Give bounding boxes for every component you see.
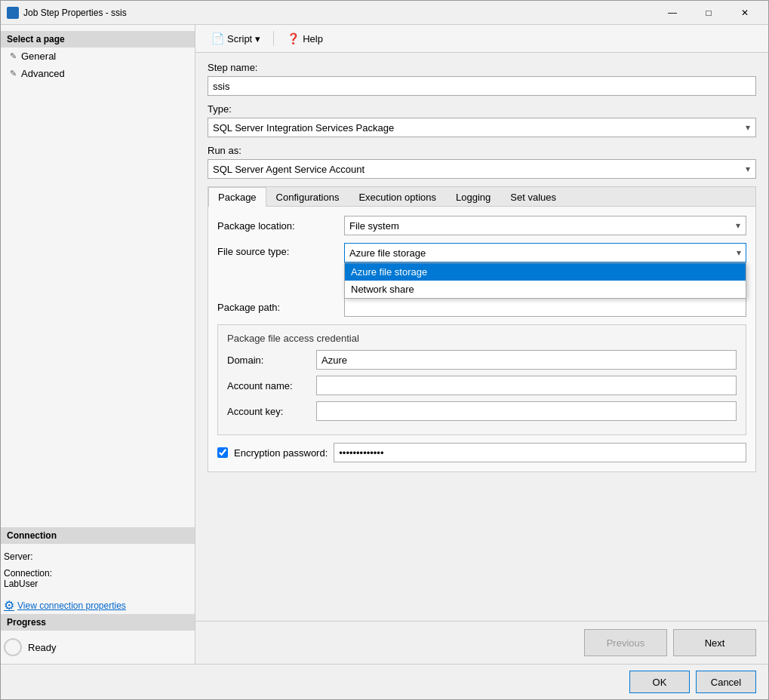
encryption-checkbox[interactable] bbox=[217, 447, 228, 458]
tab-logging[interactable]: Logging bbox=[446, 187, 500, 207]
script-icon: 📄 bbox=[211, 32, 224, 45]
script-arrow: ▾ bbox=[255, 33, 260, 45]
credential-box: Package file access credential Domain: A… bbox=[217, 324, 746, 435]
right-panel: 📄 Script ▾ ❓ Help Step name: bbox=[195, 25, 768, 664]
tab-set-values[interactable]: Set values bbox=[500, 187, 566, 207]
sidebar-item-advanced-label: Advanced bbox=[21, 68, 65, 79]
script-button[interactable]: 📄 Script ▾ bbox=[205, 29, 267, 48]
account-name-label: Account name: bbox=[227, 380, 310, 391]
server-info: Server: bbox=[1, 550, 195, 563]
encryption-row: Encryption password: bbox=[217, 443, 746, 462]
view-link-text: View connection properties bbox=[17, 600, 126, 611]
help-button[interactable]: ❓ Help bbox=[280, 29, 330, 48]
account-name-input[interactable] bbox=[316, 376, 737, 395]
form-area: Step name: Type: SQL Server Integration … bbox=[195, 53, 768, 621]
encryption-checkbox-wrapper bbox=[217, 447, 228, 458]
file-source-type-label: File source type: bbox=[217, 243, 338, 257]
main-window: Job Step Properties - ssis — □ ✕ Select … bbox=[0, 0, 769, 700]
view-connection-properties-link[interactable]: ⚙ View connection properties bbox=[1, 597, 195, 614]
encryption-label: Encryption password: bbox=[234, 447, 328, 459]
encryption-input[interactable] bbox=[334, 443, 746, 462]
progress-content: Ready bbox=[1, 637, 195, 658]
sidebar-item-general-label: General bbox=[21, 51, 56, 62]
sidebar-item-general[interactable]: ✎ General bbox=[1, 48, 195, 65]
window-title: Job Step Properties - ssis bbox=[23, 8, 655, 18]
advanced-icon: ✎ bbox=[10, 69, 17, 78]
connection-value: LabUser bbox=[4, 579, 38, 589]
help-icon: ❓ bbox=[287, 32, 300, 45]
package-location-select-wrapper: File system SSIS Package Store Microsoft… bbox=[344, 216, 746, 235]
sidebar-item-advanced[interactable]: ✎ Advanced bbox=[1, 65, 195, 82]
server-label: Server: bbox=[4, 551, 33, 562]
progress-status: Ready bbox=[28, 642, 57, 653]
tab-configurations[interactable]: Configurations bbox=[266, 187, 349, 207]
type-label: Type: bbox=[208, 103, 756, 115]
title-bar: Job Step Properties - ssis — □ ✕ bbox=[1, 1, 768, 25]
previous-button[interactable]: Previous bbox=[584, 629, 667, 656]
run-as-row: Run as: SQL Server Agent Service Account bbox=[208, 145, 756, 179]
script-label: Script bbox=[227, 33, 252, 45]
file-source-type-arrow: ▾ bbox=[737, 247, 741, 258]
toolbar-separator bbox=[273, 31, 274, 46]
package-location-row: Package location: File system SSIS Packa… bbox=[217, 216, 746, 235]
type-row: Type: SQL Server Integration Services Pa… bbox=[208, 103, 756, 137]
select-page-label: Select a page bbox=[1, 31, 195, 48]
package-location-select[interactable]: File system SSIS Package Store Microsoft… bbox=[344, 216, 746, 235]
next-button[interactable]: Next bbox=[673, 629, 756, 656]
close-button[interactable]: ✕ bbox=[727, 2, 762, 24]
progress-spinner bbox=[4, 638, 22, 656]
maximize-button[interactable]: □ bbox=[691, 2, 726, 24]
title-bar-controls: — □ ✕ bbox=[655, 2, 762, 24]
connection-title: Connection bbox=[1, 527, 195, 544]
general-icon: ✎ bbox=[10, 51, 17, 61]
run-as-select-wrapper: SQL Server Agent Service Account bbox=[208, 159, 756, 179]
file-source-type-row: File source type: Azure file storage ▾ A… bbox=[217, 243, 746, 262]
type-select[interactable]: SQL Server Integration Services Package bbox=[208, 118, 756, 137]
help-label: Help bbox=[303, 33, 323, 45]
tabs-header: Package Configurations Execution options… bbox=[208, 187, 755, 207]
progress-section: Progress Ready bbox=[1, 614, 195, 664]
progress-title: Progress bbox=[1, 614, 195, 631]
minimize-button[interactable]: — bbox=[655, 2, 690, 24]
file-source-type-dropdown-list: Azure file storage Network share bbox=[344, 262, 746, 299]
package-path-row: Package path: bbox=[217, 297, 746, 317]
tab-content-package: Package location: File system SSIS Packa… bbox=[208, 207, 755, 471]
credential-title: Package file access credential bbox=[227, 333, 737, 344]
sidebar-pages-section: Select a page ✎ General ✎ Advanced bbox=[1, 25, 195, 88]
file-source-type-dropdown-wrapper: Azure file storage ▾ Azure file storage … bbox=[344, 243, 746, 262]
link-icon: ⚙ bbox=[4, 598, 14, 612]
navigation-bar: Previous Next bbox=[195, 621, 768, 664]
type-select-wrapper: SQL Server Integration Services Package bbox=[208, 118, 756, 137]
file-source-type-value: Azure file storage bbox=[349, 247, 426, 259]
connection-section: Connection Server: Connection: LabUser ⚙… bbox=[1, 527, 195, 614]
dropdown-item-azure[interactable]: Azure file storage bbox=[345, 263, 746, 281]
account-key-label: Account key: bbox=[227, 406, 310, 417]
account-key-row: Account key: bbox=[227, 401, 737, 421]
step-name-label: Step name: bbox=[208, 62, 756, 73]
toolbar: 📄 Script ▾ ❓ Help bbox=[195, 25, 768, 53]
domain-row: Domain: bbox=[227, 350, 737, 370]
run-as-label: Run as: bbox=[208, 145, 756, 156]
step-name-input[interactable] bbox=[208, 76, 756, 96]
tab-execution-options[interactable]: Execution options bbox=[349, 187, 446, 207]
connection-info: Connection: LabUser bbox=[1, 566, 195, 591]
account-key-input[interactable] bbox=[316, 401, 737, 421]
domain-label: Domain: bbox=[227, 355, 310, 366]
account-name-row: Account name: bbox=[227, 376, 737, 395]
cancel-button[interactable]: Cancel bbox=[696, 671, 756, 693]
connection-label: Connection: bbox=[4, 568, 52, 579]
package-path-label: Package path: bbox=[217, 302, 338, 313]
footer-bar: OK Cancel bbox=[1, 664, 768, 699]
package-path-input[interactable] bbox=[344, 297, 746, 317]
domain-input[interactable] bbox=[316, 350, 737, 370]
window-icon bbox=[7, 7, 19, 19]
main-content: Select a page ✎ General ✎ Advanced Conne… bbox=[1, 25, 768, 664]
file-source-type-trigger[interactable]: Azure file storage ▾ bbox=[344, 243, 746, 262]
tabs-container: Package Configurations Execution options… bbox=[208, 186, 756, 472]
step-name-row: Step name: bbox=[208, 62, 756, 96]
dropdown-item-network-share[interactable]: Network share bbox=[345, 281, 746, 298]
tab-package[interactable]: Package bbox=[208, 187, 266, 207]
ok-button[interactable]: OK bbox=[629, 671, 690, 693]
run-as-select[interactable]: SQL Server Agent Service Account bbox=[208, 159, 756, 179]
package-location-label: Package location: bbox=[217, 220, 338, 232]
